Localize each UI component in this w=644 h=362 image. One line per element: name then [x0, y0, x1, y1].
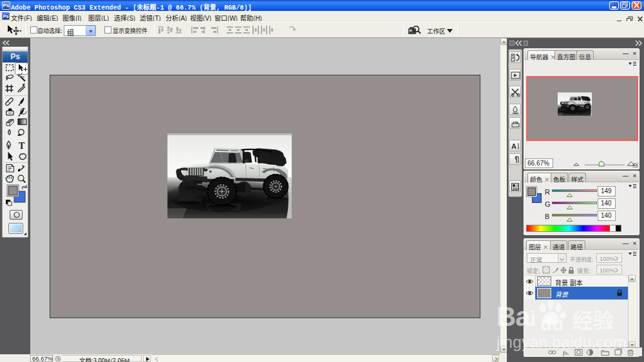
svg-text:.: . [594, 351, 595, 357]
svg-text:fx.: fx. [563, 350, 569, 356]
svg-text:T: T [19, 141, 25, 151]
svg-text:A: A [511, 142, 516, 150]
